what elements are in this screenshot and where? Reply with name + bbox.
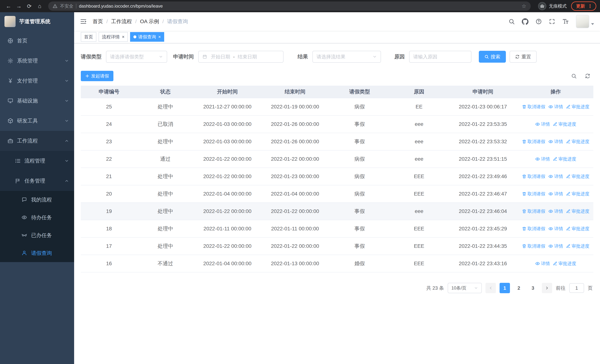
forward-icon[interactable]: → [14, 1, 24, 11]
detail-link[interactable]: 详情 [535, 156, 550, 162]
start-date-placeholder[interactable]: 开始日期 [211, 54, 230, 60]
sidebar-item-workflow[interactable]: 工作流程 [0, 131, 74, 151]
cancel-leave-link[interactable]: 取消请假 [522, 139, 545, 145]
next-page-button[interactable] [542, 283, 552, 293]
search-button[interactable]: 搜索 [479, 51, 506, 63]
sidebar-item-process-mgmt[interactable]: 流程管理 [0, 151, 74, 171]
page-size-select[interactable]: 10条/页 [448, 283, 482, 293]
breadcrumb-workflow[interactable]: 工作流程 [111, 18, 132, 25]
help-icon[interactable] [535, 18, 542, 25]
approval-progress-link[interactable]: 审批进度 [566, 226, 590, 232]
refresh-table-icon[interactable] [585, 73, 590, 79]
github-icon[interactable] [522, 18, 528, 25]
url-text[interactable]: dashboard.yudao.iocoder.cn/bpm/oa/leave [79, 3, 519, 9]
sidebar-item-my-process[interactable]: 我的流程 [0, 191, 74, 209]
breadcrumb-home[interactable]: 首页 [93, 18, 103, 25]
cancel-leave-link[interactable]: 取消请假 [522, 173, 545, 179]
cancel-leave-link[interactable]: 取消请假 [522, 191, 545, 197]
cube-icon [7, 118, 13, 124]
detail-link[interactable]: 详情 [548, 173, 563, 179]
cell-reason: eee [390, 121, 448, 127]
sidebar-item-dev-tools[interactable]: 研发工具 [0, 111, 74, 131]
cancel-leave-link[interactable]: 取消请假 [522, 104, 545, 110]
detail-link[interactable]: 详情 [548, 191, 563, 197]
avatar[interactable] [576, 15, 589, 28]
reset-button[interactable]: 重置 [510, 51, 537, 63]
font-size-icon[interactable] [562, 18, 569, 25]
active-tab-dot [133, 35, 136, 38]
tab-close-icon[interactable]: × [122, 35, 124, 39]
search-icon[interactable] [508, 18, 515, 25]
menu-kebab-icon[interactable]: ⋮ [588, 3, 592, 9]
reload-icon[interactable]: ⟳ [24, 1, 34, 11]
security-label[interactable]: 不安全 [60, 3, 73, 9]
approval-progress-link[interactable]: 审批进度 [566, 243, 590, 249]
sidebar-item-infrastructure[interactable]: 基础设施 [0, 91, 74, 111]
sidebar-logo[interactable]: 芋道管理系统 [0, 12, 74, 31]
breadcrumb-oa-example[interactable]: OA 示例 [140, 18, 159, 25]
cancel-leave-link[interactable]: 取消请假 [522, 208, 545, 214]
approval-progress-link[interactable]: 审批进度 [566, 139, 590, 145]
detail-link[interactable]: 详情 [548, 139, 563, 145]
page-button-2[interactable]: 2 [514, 283, 524, 293]
toggle-search-icon[interactable] [571, 73, 577, 79]
detail-link[interactable]: 详情 [548, 104, 563, 110]
back-icon[interactable]: ← [4, 1, 13, 11]
approval-progress-label: 审批进度 [572, 139, 590, 145]
sidebar-item-home[interactable]: 首页 [0, 31, 74, 51]
edit-icon [566, 209, 571, 214]
browser-update-button[interactable]: 更新 ⋮ [571, 1, 596, 11]
sidebar-item-todo-tasks[interactable]: 待办任务 [0, 209, 74, 226]
prev-page-button[interactable] [486, 283, 496, 293]
cancel-leave-link[interactable]: 取消请假 [522, 226, 545, 232]
cell-leave-type: 事假 [329, 138, 390, 145]
sidebar-item-task-mgmt[interactable]: 任务管理 [0, 171, 74, 191]
detail-link[interactable]: 详情 [535, 261, 550, 267]
approval-progress-label: 审批进度 [572, 104, 590, 110]
leave-type-select[interactable]: 请选择请假类型 [106, 51, 167, 63]
detail-link[interactable]: 详情 [548, 243, 563, 249]
tab-leave-query[interactable]: 请假查询 × [130, 32, 164, 42]
fullscreen-icon[interactable] [549, 18, 555, 25]
approval-progress-link[interactable]: 审批进度 [566, 104, 590, 110]
cell-reason: EE [390, 104, 448, 110]
approval-progress-link[interactable]: 审批进度 [566, 173, 590, 179]
home-icon[interactable]: ⌂ [35, 1, 45, 11]
cancel-leave-link[interactable]: 取消请假 [522, 243, 545, 249]
tab-process-detail[interactable]: 流程详情 × [99, 32, 128, 42]
sidebar-item-label: 系统管理 [17, 57, 38, 64]
goto-page-input[interactable] [569, 283, 584, 293]
reason-input[interactable] [413, 54, 467, 60]
result-select[interactable]: 请选择流结果 [312, 51, 381, 63]
detail-link[interactable]: 详情 [535, 121, 550, 127]
filter-form: 请假类型 请选择请假类型 申请时间 开始日期 - 结束日期 结果 请选择流结果 [81, 51, 593, 63]
approval-progress-link[interactable]: 审批进度 [566, 191, 590, 197]
sidebar-collapse-icon[interactable] [80, 18, 87, 25]
approval-progress-link[interactable]: 审批进度 [566, 208, 590, 214]
sidebar-item-done-tasks[interactable]: 已办任务 [0, 226, 74, 244]
approval-progress-link[interactable]: 审批进度 [553, 156, 576, 162]
apply-time-range-picker[interactable]: 开始日期 - 结束日期 [198, 51, 283, 63]
tab-close-icon[interactable]: × [158, 35, 161, 39]
cell-reason: eee [390, 208, 448, 214]
page-content: 请假类型 请选择请假类型 申请时间 开始日期 - 结束日期 结果 请选择流结果 [74, 43, 600, 364]
end-date-placeholder[interactable]: 结束日期 [238, 54, 257, 60]
sidebar-item-leave-query[interactable]: 请假查询 [0, 244, 74, 262]
approval-progress-link[interactable]: 审批进度 [553, 121, 576, 127]
sidebar-item-system-mgmt[interactable]: 系统管理 [0, 51, 74, 71]
page-button-3[interactable]: 3 [528, 283, 538, 293]
cell-actions: 详情 审批进度 [518, 261, 593, 267]
approval-progress-link[interactable]: 审批进度 [553, 261, 576, 267]
detail-link[interactable]: 详情 [548, 226, 563, 232]
eye-icon [535, 122, 540, 127]
page-button-1[interactable]: 1 [500, 283, 510, 293]
sidebar-item-payment-mgmt[interactable]: 支付管理 [0, 71, 74, 91]
bookmark-star-icon[interactable]: ☆ [522, 3, 526, 9]
chevron-up-icon [65, 179, 69, 183]
create-leave-button[interactable]: 发起请假 [81, 71, 113, 81]
address-bar[interactable]: 不安全 dashboard.yudao.iocoder.cn/bpm/oa/le… [48, 1, 531, 11]
detail-link[interactable]: 详情 [548, 208, 563, 214]
tab-home[interactable]: 首页 [81, 32, 96, 42]
user-menu[interactable] [576, 15, 594, 28]
incognito-icon [538, 2, 546, 10]
